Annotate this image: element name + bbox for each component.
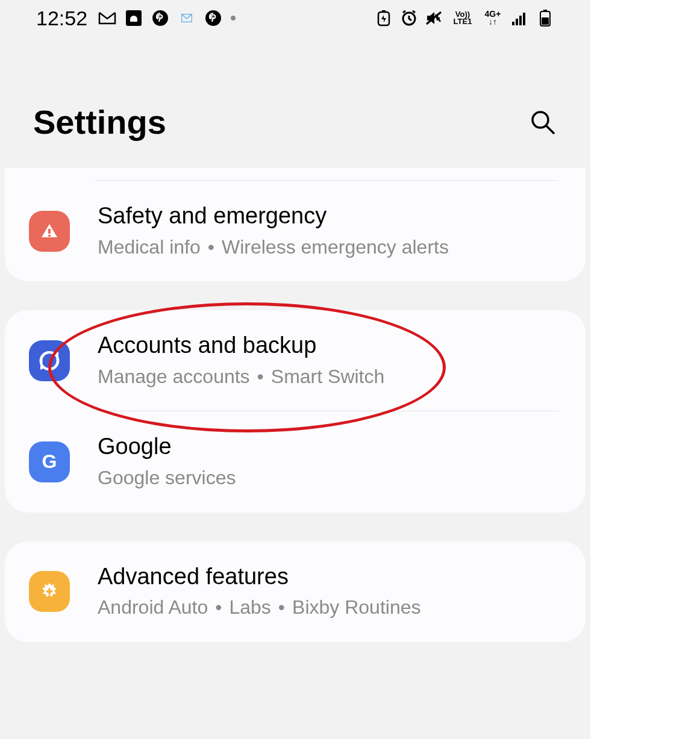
- item-text: Google Google services: [98, 433, 558, 490]
- google-icon: G: [29, 441, 70, 482]
- item-title: Accounts and backup: [98, 332, 558, 360]
- svg-rect-8: [516, 19, 518, 25]
- svg-rect-12: [543, 10, 547, 11]
- item-title: Advanced features: [98, 563, 558, 591]
- settings-item-advanced-features[interactable]: Advanced features Android Auto•Labs•Bixb…: [5, 541, 586, 642]
- phone-screen: 12:52: [0, 0, 590, 739]
- volte-icon: Vo)) LTE1: [451, 9, 475, 27]
- search-button[interactable]: [528, 108, 557, 137]
- status-bar: 12:52: [0, 0, 590, 36]
- status-bar-right: Vo)) LTE1 4G+ ↓↑: [375, 9, 554, 27]
- item-title: Safety and emergency: [98, 202, 558, 230]
- search-icon: [530, 109, 556, 136]
- status-bar-left: 12:52: [36, 7, 236, 30]
- status-time: 12:52: [36, 7, 87, 30]
- safety-icon: [29, 211, 70, 252]
- prayer-icon: [125, 9, 143, 27]
- settings-card: Safety and emergency Medical info•Wirele…: [5, 168, 586, 281]
- settings-card: Accounts and backup Manage accounts•Smar…: [5, 310, 586, 512]
- svg-rect-15: [48, 229, 51, 234]
- svg-rect-5: [382, 10, 386, 12]
- svg-rect-16: [48, 235, 51, 237]
- pinterest-icon: [151, 9, 169, 27]
- alarm-icon: [400, 9, 418, 27]
- svg-text:G: G: [42, 451, 57, 472]
- item-subtitle: Google services: [98, 466, 558, 491]
- svg-rect-10: [523, 13, 525, 25]
- advanced-icon: [29, 571, 70, 612]
- backup-icon: [29, 340, 70, 381]
- svg-rect-13: [542, 17, 549, 25]
- svg-rect-7: [512, 22, 514, 25]
- item-subtitle: Medical info•Wireless emergency alerts: [98, 235, 558, 260]
- item-text: Safety and emergency Medical info•Wirele…: [98, 202, 558, 260]
- item-text: Accounts and backup Manage accounts•Smar…: [98, 332, 558, 389]
- settings-item-accounts-backup[interactable]: Accounts and backup Manage accounts•Smar…: [5, 310, 586, 411]
- settings-card: Advanced features Android Auto•Labs•Bixb…: [5, 541, 586, 642]
- settings-item-safety-emergency[interactable]: Safety and emergency Medical info•Wirele…: [5, 181, 586, 281]
- page-title: Settings: [33, 102, 166, 142]
- item-subtitle: Android Auto•Labs•Bixby Routines: [98, 595, 558, 620]
- signal-icon: [511, 9, 529, 27]
- settings-item-google[interactable]: G Google Google services: [5, 411, 586, 512]
- battery-saver-icon: [375, 9, 393, 27]
- mail-icon: [178, 9, 196, 27]
- item-title: Google: [98, 433, 558, 461]
- more-notifications-icon: [231, 16, 236, 20]
- pinterest-icon: [204, 9, 222, 27]
- settings-header: Settings: [0, 36, 590, 166]
- mute-icon: [425, 9, 443, 27]
- svg-rect-9: [519, 16, 522, 25]
- item-text: Advanced features Android Auto•Labs•Bixb…: [98, 563, 558, 620]
- 4g-icon: 4G+ ↓↑: [482, 9, 504, 27]
- battery-icon: [536, 9, 554, 27]
- item-subtitle: Manage accounts•Smart Switch: [98, 364, 558, 390]
- gmail-icon: [98, 9, 116, 27]
